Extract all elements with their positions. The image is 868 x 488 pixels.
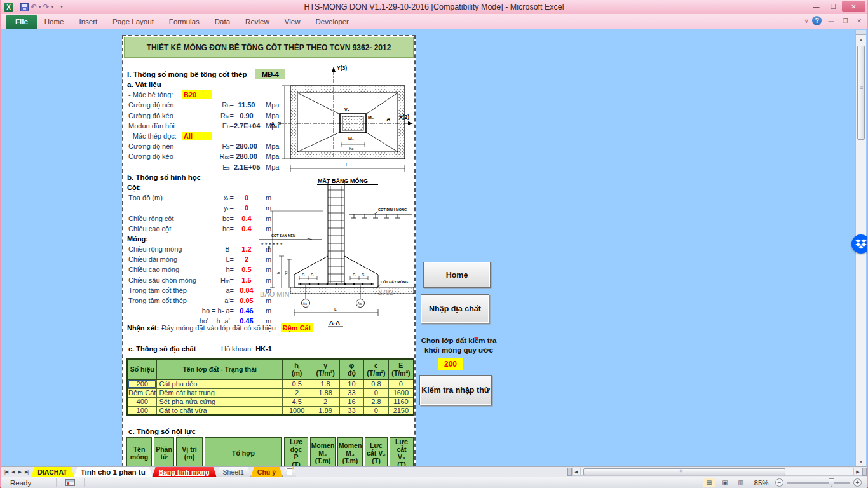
hscroll-right-icon[interactable]: ▶: [853, 468, 862, 476]
sheet-tab-bang-tinh-mong[interactable]: Bang tinh mong: [153, 467, 217, 477]
home-button[interactable]: Home: [423, 262, 491, 288]
steel-grade-cell[interactable]: AII: [182, 132, 212, 140]
soil-section-heading: c. Thông số địa chất Hố khoan: HK-1: [128, 345, 272, 353]
svg-text:ho: ho: [284, 271, 288, 275]
kiem-tra-button[interactable]: Kiểm tra nhập thử: [419, 375, 492, 405]
svg-text:L: L: [346, 163, 348, 167]
zoom-slider[interactable]: [787, 482, 850, 484]
layer-select-label: Chọn lớp đất kiểm tra khối móng quy ước: [416, 336, 502, 355]
soil-layers-table: Số hiệu Tên lớp đất - Trạng thái hᵢ(m) γ…: [126, 358, 414, 416]
borehole-id: HK-1: [255, 345, 272, 353]
normal-view-icon[interactable]: ▦: [703, 478, 715, 487]
tab-review[interactable]: Review: [238, 15, 277, 29]
sheet-tab-tinh-cho-1-phan-tu[interactable]: Tinh cho 1 phan tu: [74, 467, 153, 477]
undo-icon[interactable]: ↶: [31, 3, 37, 11]
page-layout-view-icon[interactable]: ▣: [719, 478, 731, 487]
svg-text:M₂: M₂: [348, 137, 354, 141]
tab-developer[interactable]: Developer: [308, 15, 356, 29]
svg-text:CỐT ĐÁY MÓNG: CỐT ĐÁY MÓNG: [381, 280, 408, 284]
zoom-slider-handle[interactable]: [829, 478, 834, 487]
horizontal-scrollbar[interactable]: [581, 468, 853, 476]
insert-worksheet-icon[interactable]: [283, 467, 296, 477]
excel-app-icon[interactable]: X: [4, 3, 13, 12]
layer-input-cell[interactable]: 200: [438, 358, 463, 370]
worksheet-area: THIẾT KẾ MÓNG ĐƠN BÊ TÔNG CỐT THÉP THEO …: [1, 30, 867, 466]
dropbox-badge-icon[interactable]: [851, 234, 867, 254]
macro-record-icon[interactable]: [65, 479, 75, 486]
tab-page-layout[interactable]: Page Layout: [105, 15, 161, 29]
save-icon[interactable]: [20, 3, 29, 11]
excel-window: X ↶▾ ↷▾ ▾ HTS-MONG DON V1.1-29-10-2016 […: [0, 0, 868, 488]
horizontal-scroll-thumb[interactable]: [583, 468, 785, 475]
scroll-up-icon[interactable]: ▲: [856, 35, 866, 44]
comment-marker-icon: [474, 337, 478, 342]
svg-text:X(2): X(2): [399, 114, 409, 120]
status-bar: Ready ▦ ▣ ▥ 85% − +: [1, 477, 867, 488]
close-button[interactable]: ✕: [842, 1, 865, 12]
param-row-rs: Cường độ nén Rs= 280.00 Mpa: [127, 141, 286, 151]
sheet-tab-sheet1[interactable]: Sheet1: [217, 467, 251, 477]
sheet-tab-bar: |◀ ◀ ▶ ▶| DIACHAT Tinh cho 1 phan tu Ban…: [1, 466, 867, 477]
forces-section-heading: c. Thông số nội lực: [128, 428, 196, 435]
nhap-dia-chat-button[interactable]: Nhập địa chất: [421, 294, 489, 323]
tab-data[interactable]: Data: [207, 15, 238, 29]
vertical-scroll-thumb[interactable]: [857, 46, 865, 140]
last-sheet-icon[interactable]: ▶|: [24, 470, 29, 475]
workbook-minimize-icon[interactable]: —: [825, 18, 836, 24]
tab-insert[interactable]: Insert: [72, 15, 105, 29]
svg-text:A: A: [386, 116, 391, 123]
first-sheet-icon[interactable]: |◀: [3, 470, 9, 475]
param-row-rbt: Cường độ kéo Rbt= 0.90 Mpa: [127, 111, 286, 121]
section-1-heading: I. Thông số móng bê tông cốt thép MĐ-4: [127, 69, 285, 79]
help-icon[interactable]: ?: [812, 16, 822, 25]
workbook-restore-icon[interactable]: ❐: [840, 18, 850, 24]
svg-text:A-A: A-A: [329, 319, 340, 326]
vertical-split-handle[interactable]: [856, 30, 866, 35]
foundation-plan-diagram: Y(3) X(2) A A B L V₃ M₃ M₂ hc: [268, 62, 416, 186]
svg-text:M₃: M₃: [368, 115, 374, 119]
title-bar: X ↶▾ ↷▾ ▾ HTS-MONG DON V1.1-29-10-2016 […: [1, 0, 867, 14]
svg-text:Y(3): Y(3): [337, 65, 347, 71]
zoom-out-icon[interactable]: −: [775, 478, 783, 487]
redo-icon[interactable]: ↷: [43, 3, 50, 11]
param-row-es: Es= 2.1E+05 Mpa: [127, 162, 286, 172]
restore-button[interactable]: ❐: [825, 1, 842, 12]
svg-text:CỐT ĐỈNH MÓNG: CỐT ĐỈNH MÓNG: [378, 207, 407, 212]
tab-split-handle[interactable]: [567, 468, 572, 476]
tab-formulas[interactable]: Formulas: [161, 15, 207, 29]
concrete-grade-cell[interactable]: B20: [182, 90, 212, 99]
materials-heading: a. Vật liệu: [127, 79, 286, 90]
quick-access-toolbar: X ↶▾ ↷▾ ▾: [1, 3, 63, 12]
page-break-view-icon[interactable]: ▥: [735, 478, 747, 487]
minimize-ribbon-icon[interactable]: ∨: [804, 18, 809, 24]
ribbon-tab-row: File Home Insert Page Layout Formulas Da…: [1, 14, 867, 29]
sheet-tab-chu-y[interactable]: Chú ý: [251, 467, 283, 477]
foundation-section-diagram: CỐT ĐỈNH MÓNG * * * * * * CỐT SAN NỀN: [254, 181, 416, 330]
tab-file[interactable]: File: [6, 15, 37, 29]
prev-sheet-icon[interactable]: ◀: [10, 470, 15, 475]
soil-row-4: 100 Cát to chặt vừa 1000 1.89 33 0 2150: [127, 406, 414, 415]
tab-view[interactable]: View: [277, 15, 308, 29]
window-title: HTS-MONG DON V1.1-29-10-2016 [Compatibil…: [1, 3, 867, 11]
svg-text:* * * * * *: * * * * * *: [261, 241, 283, 248]
forces-header-table: Tênmóng Phầntử Vị trí(m) Tổ hợp Lực dọcP…: [126, 437, 414, 466]
hscroll-left-icon[interactable]: ◀: [572, 468, 581, 476]
svg-text:A: A: [271, 121, 275, 127]
hscroll-split-handle[interactable]: [862, 468, 867, 476]
zoom-in-icon[interactable]: +: [853, 478, 862, 487]
status-ready: Ready: [1, 479, 56, 487]
minimize-button[interactable]: —: [808, 1, 825, 12]
svg-text:CỐT SAN NỀN: CỐT SAN NỀN: [271, 234, 295, 238]
svg-text:S: S: [311, 273, 314, 277]
param-row-steel-grade: - Mác thép dọc: AII: [127, 131, 286, 141]
svg-text:Hm: Hm: [266, 246, 271, 252]
qat-customize-icon[interactable]: ▾: [60, 4, 63, 10]
scroll-down-icon[interactable]: ▼: [856, 457, 866, 466]
zoom-level[interactable]: 85%: [750, 479, 772, 487]
active-cell[interactable]: 200: [127, 379, 157, 388]
next-sheet-icon[interactable]: ▶: [17, 470, 22, 475]
sheet-tab-diachat[interactable]: DIACHAT: [31, 467, 74, 477]
workbook-close-icon[interactable]: ✕: [854, 18, 864, 24]
tab-home[interactable]: Home: [37, 15, 72, 29]
svg-text:V₃: V₃: [344, 107, 349, 112]
